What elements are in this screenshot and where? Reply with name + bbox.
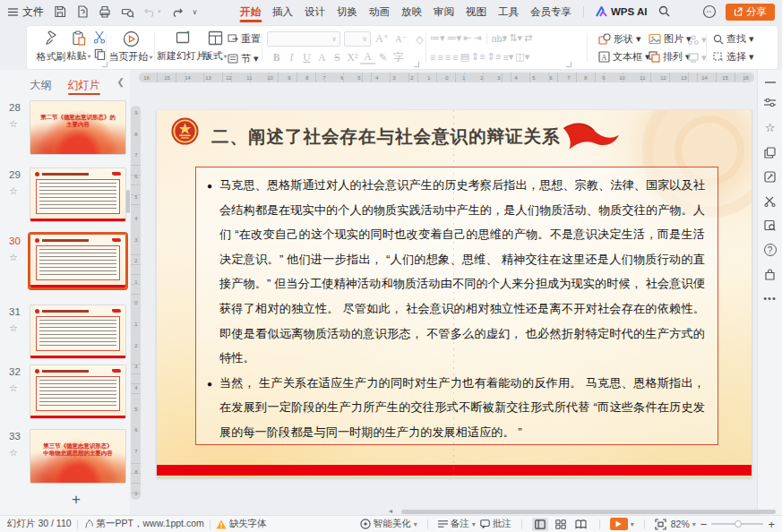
font-name-select[interactable]: ∨ [267, 31, 340, 47]
increase-font-icon[interactable]: A⁺ [374, 32, 390, 47]
ribbon-tab[interactable]: 视图 [466, 0, 486, 23]
column-spacing-button[interactable]: ⇕≡ [487, 50, 502, 64]
panel-resize-handle[interactable] [126, 190, 130, 213]
shapes-button[interactable]: 形状▾ [598, 32, 641, 46]
redo-icon[interactable] [171, 6, 183, 17]
paste-button[interactable]: 粘贴▾ [66, 30, 91, 63]
tab-slides[interactable]: 幻灯片 [68, 75, 100, 95]
print-icon[interactable] [99, 5, 111, 18]
highlight-button[interactable]: ✎ [375, 50, 391, 64]
horizontal-ruler[interactable]: 1615141312111098765432101234567891011121… [139, 73, 754, 82]
superscript-button[interactable]: X² [345, 50, 360, 64]
section-button[interactable]: 节▾ [228, 52, 261, 65]
text-effects-button[interactable]: 字 [391, 50, 406, 64]
titlebar-search-icon[interactable] [658, 5, 670, 19]
bold-button[interactable]: B [269, 50, 284, 64]
italic-button[interactable]: I [284, 50, 299, 64]
align-left-button[interactable]: ≡ [430, 50, 435, 64]
ribbon-tab[interactable]: 开始 [240, 0, 261, 23]
paragraph-dialog-launcher[interactable] [566, 62, 571, 67]
comments-button[interactable]: 批注 [480, 518, 511, 530]
font-color-button[interactable]: A [360, 50, 375, 64]
share-button[interactable]: 分享 [726, 4, 775, 21]
horizontal-scrollbar[interactable] [401, 510, 776, 514]
text-direction-button[interactable]: ab̶▾ [492, 31, 508, 45]
ribbon-tab[interactable]: 工具 [498, 0, 519, 23]
notes-button[interactable]: 备注▾ [438, 518, 476, 530]
animation-pane-icon[interactable] [764, 147, 776, 159]
zoom-in-button[interactable]: + [768, 518, 775, 531]
increase-indent-button[interactable]: ⇥ [473, 31, 481, 45]
columns-button[interactable]: ≡▾ [503, 50, 513, 64]
reading-view-button[interactable] [573, 518, 589, 531]
bullets-button[interactable]: ≔▾ [430, 31, 445, 45]
align-right-button[interactable]: ≡ [445, 50, 451, 64]
slide-sorter-view-button[interactable] [553, 518, 569, 531]
line-spacing-button[interactable]: ⇅▾ [509, 31, 522, 45]
ribbon-tab[interactable]: 插入 [272, 0, 293, 23]
more-tools-icon[interactable]: ••• [763, 293, 777, 304]
star-icon[interactable]: ☆ [9, 252, 18, 263]
export-pdf-icon[interactable] [76, 5, 89, 18]
star-icon[interactable]: ☆ [9, 447, 18, 459]
resource-bag-icon[interactable] [764, 269, 776, 280]
convert-smartart-button[interactable]: ⇄ [524, 31, 532, 45]
textbox-button[interactable]: A 文本框▾ [598, 50, 650, 64]
scroll-left-icon[interactable]: ◂ [389, 507, 392, 515]
play-current-button[interactable]: 当页开始▾ [106, 30, 156, 64]
design-tools-icon[interactable] [764, 171, 776, 183]
slide-thumbnail[interactable]: 第三节《德意志意识形态》中唯物史观思想的主要内容 [30, 429, 126, 484]
slide-thumbnail[interactable] [30, 167, 126, 222]
ribbon-tab[interactable]: 会员专享 [530, 0, 571, 23]
decrease-indent-button[interactable]: ⇤ [463, 31, 471, 45]
zoom-level[interactable]: 82%▾ [671, 519, 696, 529]
print-preview-icon[interactable] [121, 5, 134, 18]
slide-thumbnail[interactable] [30, 305, 126, 359]
file-menu[interactable]: 文件 [0, 4, 52, 20]
cutout-tools-icon[interactable] [764, 195, 776, 207]
font-dialog-launcher[interactable] [414, 62, 419, 67]
slide-title[interactable]: 二、阐述了社会存在与社会意识的辩证关系 [211, 124, 561, 149]
numbering-button[interactable]: ≕▾ [447, 31, 462, 45]
slideshow-button[interactable]: ▾ [610, 518, 634, 530]
add-slide-button[interactable]: + [72, 491, 81, 509]
fit-to-window-icon[interactable] [655, 519, 666, 530]
collapse-toolbar-icon[interactable] [765, 81, 776, 84]
slide-master-button[interactable]: ▾ [688, 52, 707, 64]
help-icon[interactable]: ? [764, 244, 777, 256]
row-spacing-button[interactable]: ⇕≡ [471, 50, 486, 64]
slide-thumbnail[interactable]: 第二节《德意志意识形态》的主要内容 [30, 100, 126, 155]
text-align-button[interactable]: ◫▾ [515, 50, 529, 64]
copy-icon[interactable] [94, 48, 106, 60]
select-button[interactable]: 选择▾ [713, 50, 754, 64]
smart-beautify-button[interactable]: 智能美化▾ [360, 518, 417, 530]
properties-icon[interactable] [764, 97, 776, 108]
resource-library-icon[interactable] [764, 219, 776, 231]
ribbon-tab[interactable]: 审阅 [434, 0, 454, 23]
star-icon[interactable]: ☆ [9, 382, 18, 394]
undo-button[interactable]: ▾ [144, 6, 161, 17]
strikethrough-button[interactable]: S [330, 50, 345, 64]
normal-view-button[interactable] [532, 518, 548, 531]
distribute-button[interactable]: ▤ [460, 50, 469, 64]
layout-button[interactable]: 版式▾ [202, 30, 228, 63]
slide-canvas[interactable]: 二、阐述了社会存在与社会意识的辩证关系 ●马克思、恩格斯通过对人的社会意识产生的… [157, 110, 752, 477]
find-button[interactable]: 查找▾ [713, 32, 754, 46]
decrease-font-icon[interactable]: A⁻ [393, 32, 408, 47]
slide-textbox[interactable]: ●马克思、恩格斯通过对人的社会意识产生的历史考察后指出，思想、宗教、法律、国家以… [195, 167, 718, 445]
ribbon-tab[interactable]: 设计 [305, 0, 325, 23]
smartart-button[interactable]: ▾ [688, 34, 707, 46]
reset-button[interactable]: 重置 [228, 32, 261, 46]
feedback-icon[interactable] [702, 4, 717, 19]
font-size-select[interactable]: ∨ [344, 31, 371, 47]
star-icon[interactable]: ☆ [9, 118, 18, 130]
zoom-slider-knob[interactable] [735, 520, 742, 528]
vertical-ruler[interactable]: 9876543210123456789 [131, 106, 141, 500]
tab-wps-ai[interactable]: WPS AI [596, 6, 647, 17]
ribbon-tab[interactable]: 放映 [401, 0, 422, 23]
missing-font-warning[interactable]: 缺失字体 [216, 518, 267, 530]
zoom-slider[interactable] [711, 523, 763, 525]
ribbon-tab[interactable]: 动画 [369, 0, 390, 23]
align-center-button[interactable]: ≡ [437, 50, 443, 64]
quickbar-more-icon[interactable]: ∨ [193, 8, 198, 16]
